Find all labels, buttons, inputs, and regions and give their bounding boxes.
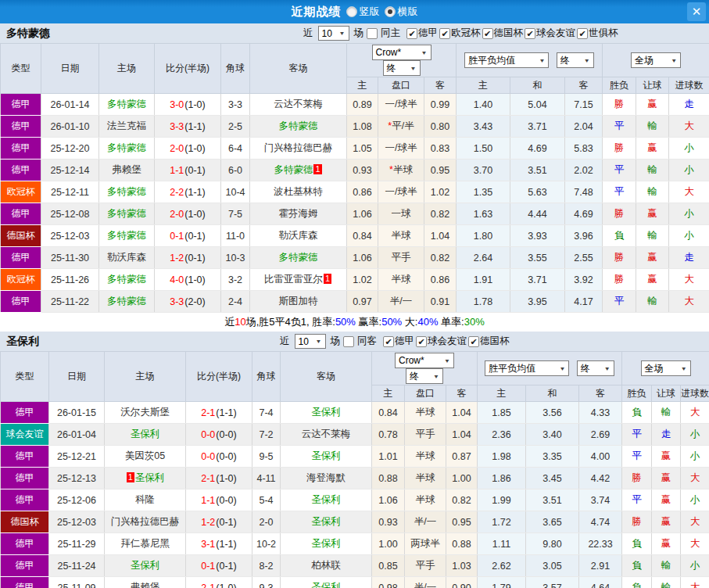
away-team-cell: 云达不莱梅 (250, 94, 347, 116)
halftime-score: (1-0) (216, 583, 236, 588)
avg-draw-cell: 3.93 (510, 225, 565, 247)
match-row: 德甲 25-11-22 多特蒙德 3-3(2-0) 2-4 斯图加特 0.97 … (1, 291, 709, 313)
avg-away-cell: 2.69 (579, 424, 622, 446)
match-row: 德国杯 25-12-03 门兴格拉德巴赫 1-2(0-1) 2-0 圣保利 0.… (1, 511, 709, 533)
away-team-cell: 圣保利 (281, 489, 372, 511)
col-avg-away: 客 (579, 385, 622, 402)
league-checkbox[interactable]: ✔ (383, 336, 394, 347)
odds-away-cell: 0.95 (424, 160, 457, 181)
home-team-cell: 圣保利 (105, 555, 186, 577)
date-cell: 25-11-29 (49, 533, 105, 555)
corner-cell: 6-4 (221, 138, 250, 160)
filter-bar: 近 10▼ 场 同主 ✔德甲✔欧冠杯✔德国杯✔球会友谊✔世俱杯 (301, 23, 619, 43)
col-odds-home: 主 (347, 77, 378, 94)
games-count-select[interactable]: 10▼ (318, 26, 349, 41)
score-cell: 1-1(0-1) (155, 160, 221, 181)
score-cell: 2-1(1-1) (186, 402, 252, 424)
league-checkbox[interactable]: ✔ (406, 28, 417, 39)
score-cell: 2-2(1-1) (155, 181, 221, 203)
avg-away-cell: 2.55 (565, 247, 603, 269)
score-cell: 3-3(2-0) (155, 291, 221, 313)
odds-company-select[interactable]: Crow*▼ (372, 45, 431, 60)
handicap-cell: 平手 (378, 247, 424, 269)
halftime-score: (0-1) (184, 165, 205, 176)
match-row: 欧冠杯 25-12-11 多特蒙德 2-2(1-1) 10-4 波杜基林特 0.… (1, 181, 709, 203)
avg-type-select[interactable]: 胜平负均值▼ (485, 360, 569, 376)
match-row: 德甲 25-11-30 勒沃库森 1-2(0-1) 10-3 多特蒙德 1.06… (1, 247, 709, 269)
horizontal-radio[interactable] (385, 6, 396, 17)
avg-home-cell: 1.11 (478, 533, 526, 555)
same-venue-checkbox[interactable] (367, 28, 378, 39)
odds-away-cell: 0.83 (424, 138, 457, 160)
avg-away-cell: 4.64 (579, 577, 622, 588)
odds-final-select[interactable]: 终▼ (383, 60, 421, 76)
layout-vertical-option[interactable]: 竖版 (346, 5, 380, 19)
date-cell: 26-01-04 (49, 424, 105, 446)
avg-draw-cell: 3.45 (526, 468, 579, 489)
handicap-result-cell: 輸 (636, 181, 669, 203)
odds-home-cell: 0.84 (372, 402, 405, 424)
league-checkbox[interactable]: ✔ (439, 28, 450, 39)
league-checkbox[interactable]: ✔ (525, 28, 535, 39)
avg-home-cell: 1.35 (457, 181, 510, 203)
away-team-cell: 斯图加特 (250, 291, 347, 313)
handicap-result-cell: 赢 (636, 203, 669, 225)
goals-cell: 小 (681, 446, 709, 468)
note-badge: 1 (313, 164, 321, 174)
odds-away-cell: 1.04 (446, 424, 478, 446)
home-team-cell: 门兴格拉德巴赫 (105, 511, 186, 533)
league-checkbox[interactable]: ✔ (577, 28, 588, 39)
league-checkbox[interactable]: ✔ (468, 336, 479, 347)
league-type-cell: 德甲 (1, 291, 41, 313)
handicap-cell: 一/球半 (378, 138, 424, 160)
home-team-cell: 勒沃库森 (99, 247, 155, 269)
home-team-cell: 多特蒙德 (99, 181, 155, 203)
odds-home-cell: 0.98 (372, 577, 405, 588)
avg-type-select[interactable]: 胜平负均值▼ (464, 52, 549, 68)
handicap-result-cell: 輸 (636, 291, 669, 313)
date-cell: 25-11-22 (41, 291, 99, 313)
avg-final-select[interactable]: 终▼ (557, 52, 594, 68)
team-section: 圣保利 近 10▼ 场 同客 ✔德甲✔球会友谊✔德国杯 类型 日期 主场 比分(… (0, 332, 709, 588)
league-checkbox[interactable]: ✔ (482, 28, 493, 39)
chevron-down-icon: ▼ (559, 365, 565, 371)
goals-cell: 大 (681, 533, 709, 555)
handicap-cell: 两球半 (405, 533, 446, 555)
date-cell: 25-11-09 (49, 577, 105, 588)
games-count-select[interactable]: 10▼ (295, 334, 326, 349)
scope-select[interactable]: 全场▼ (631, 52, 681, 68)
handicap-result-cell: 輸 (652, 555, 681, 577)
halftime-score: (0-0) (216, 429, 236, 440)
team-name: 圣保利 (6, 335, 39, 349)
games-label: 场 (354, 27, 364, 40)
avg-home-cell: 2.62 (478, 555, 526, 577)
vertical-radio[interactable] (346, 6, 357, 17)
col-handicap: 盘口 (378, 77, 424, 94)
avg-home-cell: 2.64 (457, 247, 510, 269)
layout-horizontal-option[interactable]: 横版 (385, 5, 418, 19)
handicap-cell: 半球 (405, 402, 446, 424)
col-avg-home: 主 (457, 77, 510, 94)
games-label: 场 (331, 335, 341, 348)
odds-final-select[interactable]: 终▼ (406, 368, 443, 384)
close-button[interactable]: ✕ (687, 2, 706, 21)
handicap-cell: 半球 (378, 225, 424, 247)
avg-draw-cell: 5.04 (510, 94, 565, 116)
scope-select[interactable]: 全场▼ (641, 360, 691, 376)
team-section: 多特蒙德 近 10▼ 场 同主 ✔德甲✔欧冠杯✔德国杯✔球会友谊✔世俱杯 类型 … (0, 23, 709, 332)
same-venue-checkbox[interactable] (343, 336, 354, 347)
league-label: 德甲 (418, 27, 438, 40)
avg-final-select[interactable]: 终▼ (577, 360, 614, 376)
col-result: 胜负 (603, 77, 636, 94)
team-name: 多特蒙德 (6, 27, 50, 41)
fulltime-score: 1-1 (201, 495, 215, 506)
avg-draw-cell: 4.69 (510, 138, 565, 160)
section-header-band: 多特蒙德 近 10▼ 场 同主 ✔德甲✔欧冠杯✔德国杯✔球会友谊✔世俱杯 (0, 23, 709, 43)
league-checkbox[interactable]: ✔ (416, 336, 427, 347)
odds-home-cell: 1.02 (347, 269, 378, 291)
section-header-band: 圣保利 近 10▼ 场 同客 ✔德甲✔球会友谊✔德国杯 (0, 332, 709, 351)
score-cell: 2-0(1-0) (155, 203, 221, 225)
result-cell: 平 (603, 181, 636, 203)
odds-company-select[interactable]: Crow*▼ (395, 353, 454, 368)
odds-home-cell: 1.05 (347, 138, 378, 160)
